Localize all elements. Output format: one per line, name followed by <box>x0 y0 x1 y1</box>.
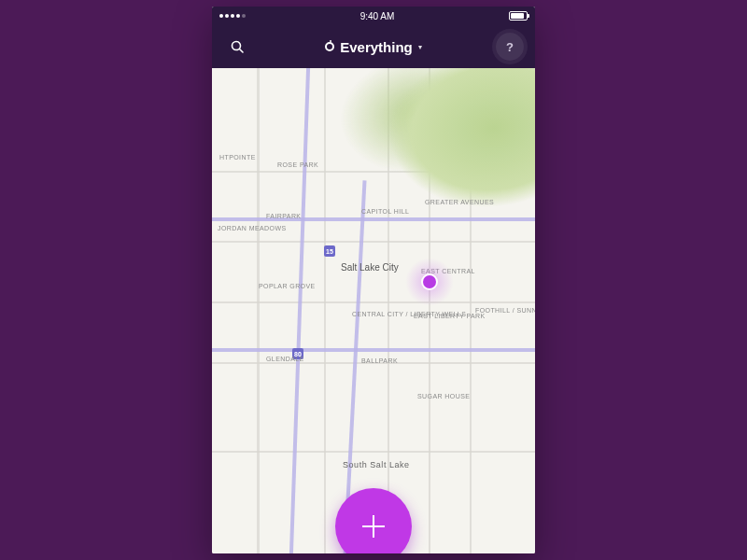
map-view[interactable]: 15 80 HTPOINTE ROSE PARK FAIRPARK JORDAN… <box>212 68 535 553</box>
location-dot-icon <box>423 275 436 288</box>
search-button[interactable] <box>223 33 251 61</box>
map-highway <box>212 348 535 352</box>
svg-line-1 <box>240 49 244 53</box>
status-bar: 9:40 AM <box>212 7 535 25</box>
help-button[interactable]: ? <box>496 33 524 61</box>
nav-bar: Everything ▾ ? <box>212 25 535 68</box>
status-time: 9:40 AM <box>360 11 395 21</box>
help-icon: ? <box>506 40 514 54</box>
phone-frame: 9:40 AM Everything ▾ ? <box>212 7 535 553</box>
highway-shield: 15 <box>324 245 335 257</box>
highway-shield: 80 <box>292 348 303 359</box>
filter-ring-icon <box>325 42 334 51</box>
filter-dropdown[interactable]: Everything ▾ <box>212 25 535 68</box>
user-location-pin[interactable] <box>423 275 436 288</box>
filter-title: Everything <box>340 39 413 55</box>
plus-icon <box>373 515 374 538</box>
signal-strength-icon <box>219 14 246 18</box>
chevron-down-icon: ▾ <box>418 43 422 51</box>
search-icon <box>230 39 245 54</box>
battery-icon <box>509 11 528 21</box>
